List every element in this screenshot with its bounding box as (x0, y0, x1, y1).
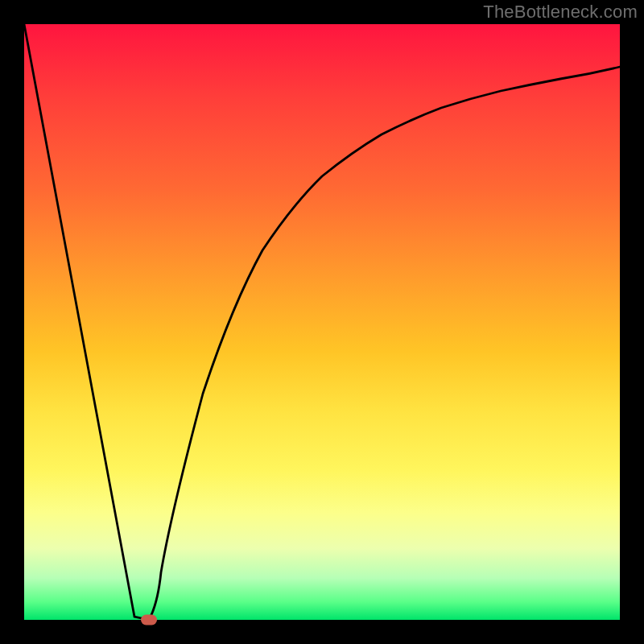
chart-frame: TheBottleneck.com (0, 0, 644, 644)
bottleneck-curve (24, 24, 620, 620)
curve-right-branch (149, 67, 620, 620)
curve-left-branch (24, 24, 149, 620)
watermark-text: TheBottleneck.com (483, 2, 638, 23)
optimum-marker (141, 615, 157, 625)
plot-area (24, 24, 620, 620)
